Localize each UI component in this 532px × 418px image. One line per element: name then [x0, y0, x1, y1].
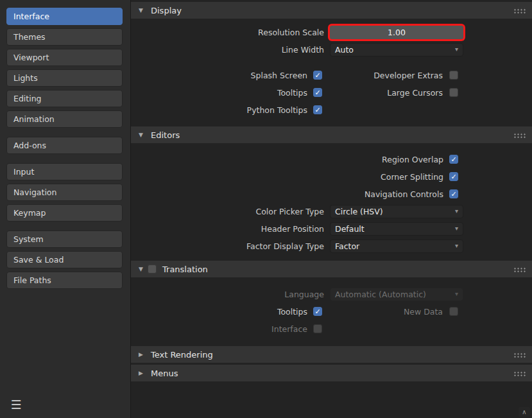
corner-splitting-checkbox[interactable]: ✓ [449, 172, 458, 181]
color-picker-type-dropdown[interactable]: Circle (HSV) ▾ [330, 205, 463, 218]
sidebar: Interface Themes Viewport Lights Editing… [0, 0, 131, 418]
sidebar-item-keymap[interactable]: Keymap [6, 204, 123, 222]
check-icon: ✓ [450, 173, 456, 180]
factor-display-type-dropdown[interactable]: Factor ▾ [330, 239, 463, 253]
menus-panel-title: Menus [151, 369, 178, 378]
python-tooltips-checkbox[interactable]: ✓ [313, 105, 322, 114]
sidebar-group-system: System Save & Load File Paths [6, 231, 123, 289]
translation-interface-row: Interface [131, 320, 532, 337]
color-picker-type-value: Circle (HSV) [335, 207, 383, 216]
translation-panel-title: Translation [162, 265, 208, 274]
chevron-down-icon: ▾ [455, 208, 458, 214]
hamburger-icon: ☰ [10, 399, 21, 411]
resolution-scale-row: Resolution Scale 1.00 [131, 24, 532, 40]
display-panel-title: Display [151, 6, 182, 15]
check-icon: ✓ [314, 107, 320, 114]
disclosure-closed-icon: ▶ [139, 351, 146, 358]
sidebar-item-editing[interactable]: Editing [6, 90, 123, 107]
sidebar-item-themes[interactable]: Themes [6, 28, 123, 46]
translation-tooltips-label: Tooltips [131, 307, 313, 317]
resolution-scale-label: Resolution Scale [131, 28, 330, 37]
translation-enable-checkbox[interactable] [148, 265, 157, 274]
factor-display-type-value: Factor [335, 241, 359, 251]
sidebar-item-addons[interactable]: Add-ons [6, 137, 123, 154]
editors-panel-title: Editors [151, 130, 180, 140]
panel-header-display[interactable]: ▼ Display [131, 2, 532, 19]
developer-extras-label: Developer Extras [322, 71, 449, 80]
preferences-main: ▼ Display Resolution Scale 1.00 Line Wid… [131, 0, 532, 418]
sidebar-group-addons: Add-ons [6, 137, 123, 154]
sidebar-item-navigation[interactable]: Navigation [6, 184, 123, 201]
developer-extras-checkbox[interactable] [449, 71, 458, 80]
region-overlap-label: Region Overlap [131, 155, 449, 164]
line-width-row: Line Width Auto ▾ [131, 41, 532, 58]
splash-screen-checkbox[interactable]: ✓ [313, 71, 322, 80]
header-position-label: Header Position [131, 224, 330, 234]
color-picker-type-row: Color Picker Type Circle (HSV) ▾ [131, 203, 532, 220]
line-width-label: Line Width [131, 45, 330, 55]
drag-grip-icon[interactable] [513, 266, 526, 272]
region-overlap-checkbox[interactable]: ✓ [449, 155, 458, 164]
chevron-up-icon: ∧ [522, 408, 526, 415]
splash-screen-row: Splash Screen ✓ Developer Extras [131, 67, 532, 83]
sidebar-item-file-paths[interactable]: File Paths [6, 272, 123, 289]
drag-grip-icon[interactable] [513, 8, 526, 13]
splash-screen-label: Splash Screen [131, 71, 313, 80]
panel-header-translation[interactable]: ▼ Translation [131, 261, 532, 277]
disclosure-open-icon: ▼ [139, 7, 146, 13]
panel-header-editors[interactable]: ▼ Editors [131, 126, 532, 143]
large-cursors-checkbox[interactable] [449, 88, 458, 97]
region-overlap-row: Region Overlap ✓ [131, 151, 532, 168]
chevron-down-icon: ▾ [455, 225, 458, 232]
python-tooltips-row: Python Tooltips ✓ [131, 101, 532, 118]
disclosure-open-icon: ▼ [139, 266, 146, 272]
sidebar-item-save-load[interactable]: Save & Load [6, 251, 123, 268]
header-position-dropdown[interactable]: Default ▾ [330, 222, 463, 236]
translation-tooltips-checkbox[interactable]: ✓ [313, 307, 322, 316]
sidebar-item-animation[interactable]: Animation [6, 110, 123, 128]
new-data-label: New Data [322, 307, 449, 317]
language-row: Language Automatic (Automatic) ▾ [131, 286, 532, 302]
drag-grip-icon[interactable] [513, 352, 526, 358]
translation-tooltips-row: Tooltips ✓ New Data [131, 303, 532, 320]
large-cursors-label: Large Cursors [322, 88, 449, 98]
panel-header-menus[interactable]: ▶ Menus [131, 365, 532, 381]
header-position-row: Header Position Default ▾ [131, 220, 532, 237]
language-label: Language [131, 290, 330, 299]
check-icon: ✓ [314, 308, 320, 315]
drag-grip-icon[interactable] [513, 132, 526, 138]
sidebar-menu-button[interactable]: ☰ [8, 396, 24, 413]
scroll-up-arrow[interactable]: ∧ [519, 407, 530, 417]
sidebar-item-lights[interactable]: Lights [6, 69, 123, 87]
chevron-down-icon: ▾ [455, 46, 458, 53]
sidebar-group-input: Input Navigation Keymap [6, 163, 123, 222]
language-dropdown[interactable]: Automatic (Automatic) ▾ [330, 288, 463, 301]
python-tooltips-label: Python Tooltips [131, 105, 313, 115]
tooltips-checkbox[interactable]: ✓ [313, 88, 322, 97]
resolution-scale-field[interactable]: 1.00 [330, 26, 463, 39]
sidebar-item-viewport[interactable]: Viewport [6, 49, 123, 66]
check-icon: ✓ [314, 89, 320, 96]
corner-splitting-label: Corner Splitting [131, 172, 449, 182]
factor-display-type-row: Factor Display Type Factor ▾ [131, 238, 532, 254]
text-rendering-panel-title: Text Rendering [151, 350, 213, 360]
panel-header-text-rendering[interactable]: ▶ Text Rendering [131, 346, 532, 363]
disclosure-closed-icon: ▶ [139, 370, 146, 376]
translation-interface-checkbox[interactable] [313, 324, 322, 333]
check-icon: ✓ [314, 72, 320, 79]
tooltips-row: Tooltips ✓ Large Cursors [131, 84, 532, 101]
sidebar-item-input[interactable]: Input [6, 163, 123, 180]
navigation-controls-checkbox[interactable]: ✓ [449, 189, 458, 198]
sidebar-item-interface[interactable]: Interface [6, 8, 123, 25]
language-value: Automatic (Automatic) [335, 290, 426, 299]
chevron-down-icon: ▾ [455, 291, 458, 297]
line-width-dropdown[interactable]: Auto ▾ [330, 43, 463, 57]
disclosure-open-icon: ▼ [139, 132, 146, 138]
sidebar-item-system[interactable]: System [6, 231, 123, 248]
sidebar-group-ui: Interface Themes Viewport Lights Editing… [6, 8, 123, 128]
navigation-controls-row: Navigation Controls ✓ [131, 186, 532, 202]
color-picker-type-label: Color Picker Type [131, 207, 330, 216]
new-data-checkbox[interactable] [449, 307, 458, 316]
check-icon: ✓ [450, 156, 456, 163]
drag-grip-icon[interactable] [513, 370, 526, 376]
